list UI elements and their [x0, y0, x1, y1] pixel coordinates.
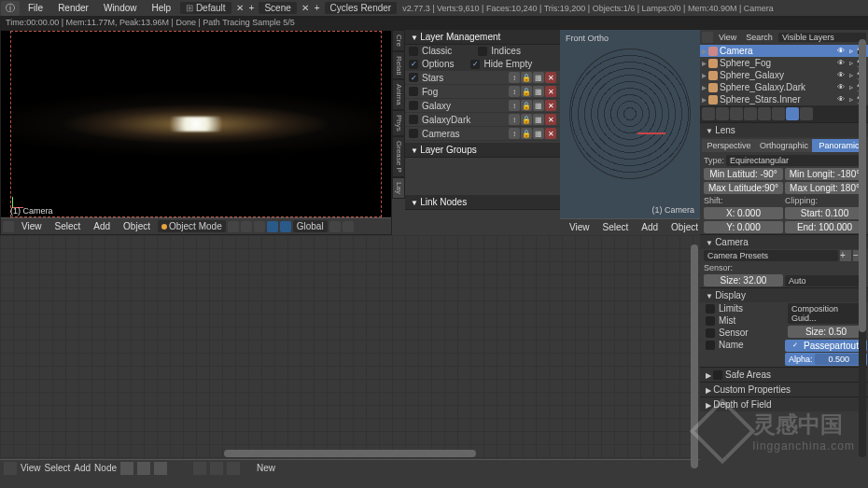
mist-check[interactable]	[706, 316, 715, 326]
camera-section[interactable]: Camera	[700, 235, 868, 249]
layer-lock-icon[interactable]: 🔒	[521, 72, 532, 83]
node-add[interactable]: Add	[74, 463, 91, 473]
engine-dropdown[interactable]: Cycles Render	[325, 2, 398, 14]
clip-end[interactable]: End: 100.000	[785, 221, 864, 233]
node-editor-icon[interactable]	[4, 462, 17, 475]
mode-dropdown[interactable]: Object Mode	[158, 220, 226, 232]
tab-grease[interactable]: Grease P	[392, 136, 405, 177]
tab-object-icon[interactable]	[758, 107, 771, 120]
sensor-size[interactable]: Size: 32.00	[704, 274, 783, 286]
shift-y[interactable]: Y: 0.000	[704, 221, 783, 233]
layer-lock-icon[interactable]: 🔒	[521, 128, 532, 139]
menu-window[interactable]: Window	[96, 3, 145, 13]
selectable-icon[interactable]: ▹	[847, 83, 856, 92]
preset-add[interactable]: +	[840, 250, 851, 261]
tab-anima[interactable]: Anima	[392, 79, 405, 110]
selectable-icon[interactable]: ▹	[847, 95, 856, 105]
node-view[interactable]: View	[21, 463, 41, 473]
options-check[interactable]	[409, 60, 418, 69]
layer-lock-icon[interactable]: 🔒	[521, 100, 532, 111]
passepartout-check[interactable]	[791, 342, 800, 351]
outliner-item-sphere-galaxy[interactable]: ▸Sphere_Galaxy👁▹📷	[700, 69, 868, 81]
scene-x-icon[interactable]: ✕	[299, 3, 312, 13]
editor-type-icon[interactable]: ⓘ	[1, 1, 20, 16]
visibility-icon[interactable]: 👁	[836, 59, 846, 68]
layer-lock-icon[interactable]: 🔒	[521, 114, 532, 125]
layer-check[interactable]	[409, 129, 418, 138]
tab-phys[interactable]: Phys	[392, 110, 405, 136]
props-scrollbar[interactable]	[859, 39, 866, 457]
indices-radio[interactable]	[478, 47, 487, 56]
outliner-view[interactable]: View	[715, 33, 740, 42]
layer-check[interactable]	[409, 87, 418, 96]
vp-add[interactable]: Add	[88, 221, 116, 231]
sensor-fit[interactable]: Auto	[785, 275, 864, 286]
comp-guides[interactable]: Composition Guid...	[788, 303, 864, 324]
display-size[interactable]: Size: 0.50	[788, 326, 864, 338]
shading-1[interactable]	[228, 221, 239, 232]
tab-world-icon[interactable]	[744, 107, 757, 120]
min-lat[interactable]: Min Latitud: -90°	[704, 168, 783, 180]
layer-row-stars[interactable]: Stars↕🔒▦✕	[405, 71, 560, 85]
node-node[interactable]: Node	[94, 463, 117, 473]
layer-check[interactable]	[409, 101, 418, 110]
node-select[interactable]: Select	[45, 463, 71, 473]
layer-wire-icon[interactable]: ▦	[533, 72, 544, 83]
camera-presets[interactable]: Camera Presets	[704, 250, 838, 261]
sensor-check[interactable]	[706, 328, 715, 338]
lens-perspective[interactable]: Perspective	[702, 139, 756, 152]
camera-marker[interactable]	[637, 132, 665, 134]
node-slot-2[interactable]	[210, 462, 223, 475]
alpha-value[interactable]: 0.500	[815, 354, 863, 365]
layer-del-icon[interactable]: ✕	[545, 100, 556, 111]
max-lat[interactable]: Max Latitude:90°	[704, 182, 783, 194]
safe-areas-section[interactable]: Safe Areas	[700, 368, 868, 382]
node-scrollbar-v[interactable]	[691, 244, 698, 468]
vp2-add[interactable]: Add	[636, 222, 664, 232]
shift-x[interactable]: X: 0.000	[704, 207, 783, 219]
outliner-search[interactable]: Search	[742, 33, 777, 42]
display-section[interactable]: Display	[700, 288, 868, 302]
outliner-icon[interactable]	[702, 32, 713, 43]
layer-wire-icon[interactable]: ▦	[533, 100, 544, 111]
tab-constraints-icon[interactable]	[772, 107, 785, 120]
layer-row-cameras[interactable]: Cameras↕🔒▦✕	[405, 127, 560, 141]
viewport-ortho[interactable]: Front Ortho (1) Camera View Select Add O…	[560, 30, 700, 235]
layers-2[interactable]	[343, 221, 354, 232]
orientation[interactable]: Global	[293, 220, 328, 232]
layer-wire-icon[interactable]: ▦	[533, 128, 544, 139]
layout-dropdown[interactable]: ⊞ Default	[180, 2, 231, 14]
visibility-icon[interactable]: 👁	[836, 83, 846, 92]
add-layout-icon[interactable]: ✕	[233, 3, 246, 13]
shading-2[interactable]	[241, 221, 252, 232]
outliner-item-sphere-galaxy-dark[interactable]: ▸Sphere_Galaxy.Dark👁▹📷	[700, 81, 868, 93]
outliner-item-camera[interactable]: ▸Camera👁▹📷	[700, 45, 868, 57]
limits-check[interactable]	[706, 304, 715, 314]
lens-orthographic[interactable]: Orthographic	[756, 139, 812, 152]
selectable-icon[interactable]: ▹	[847, 59, 856, 68]
vp2-view[interactable]: View	[564, 222, 595, 232]
vp2-object[interactable]: Object	[665, 222, 704, 232]
manip-icon[interactable]	[280, 221, 291, 232]
layer-check[interactable]	[409, 115, 418, 124]
tab-render-icon[interactable]	[702, 107, 715, 120]
menu-help[interactable]: Help	[145, 3, 179, 13]
outliner-item-sphere-fog[interactable]: ▸Sphere_Fog👁▹📷	[700, 57, 868, 69]
name-check[interactable]	[706, 341, 715, 350]
layer-lock-icon[interactable]: 🔒	[521, 86, 532, 97]
classic-radio[interactable]	[409, 47, 418, 56]
tab-layers-icon[interactable]	[716, 107, 729, 120]
editor-icon[interactable]	[3, 221, 14, 232]
layer-groups-title[interactable]: Layer Groups	[405, 143, 560, 158]
vp-view[interactable]: View	[16, 221, 48, 231]
menu-file[interactable]: File	[21, 3, 50, 13]
node-area[interactable]	[0, 235, 700, 459]
node-type-1[interactable]	[120, 462, 133, 475]
vp-select[interactable]: Select	[49, 221, 87, 231]
layers-1[interactable]	[329, 221, 341, 232]
layer-move-icon[interactable]: ↕	[509, 72, 520, 83]
custom-props-section[interactable]: Custom Properties	[700, 383, 868, 397]
max-lon[interactable]: Max Longit: 180°	[785, 182, 864, 194]
pano-type[interactable]: Equirectangular	[726, 155, 864, 166]
vp2-select[interactable]: Select	[597, 222, 635, 232]
